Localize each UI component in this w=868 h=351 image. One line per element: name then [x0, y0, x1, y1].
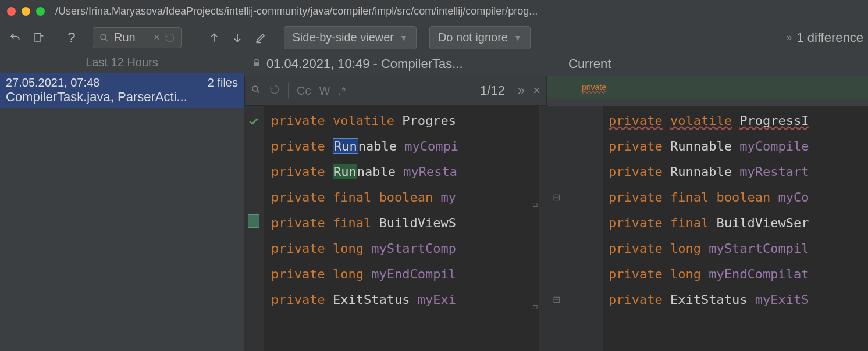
code-line: private Runnable myCompi	[271, 134, 539, 159]
search-input[interactable]	[114, 31, 149, 44]
svg-line-10	[257, 91, 259, 93]
code-line: private final BuildViewSer	[609, 210, 868, 236]
create-patch-button[interactable]	[28, 27, 49, 48]
more-actions-icon[interactable]: »	[786, 31, 792, 44]
undo-button[interactable]	[5, 27, 26, 48]
right-top-diff: private	[547, 76, 868, 106]
history-item[interactable]: 27.05.2021, 07:48 2 files CompilerTask.j…	[0, 73, 244, 108]
help-button[interactable]: ?	[61, 27, 82, 48]
history-files: CompilerTask.java, ParserActi...	[6, 89, 238, 105]
chevron-down-icon: ▼	[514, 33, 522, 42]
regex-toggle[interactable]: .*	[338, 84, 346, 98]
left-code-pane[interactable]: private volatile Progresprivate Runnable…	[244, 106, 539, 351]
search-history-icon[interactable]	[165, 33, 175, 43]
code-line: private long myStartComp	[271, 236, 539, 262]
ignore-mode-dropdown[interactable]: Do not ignore ▼	[429, 26, 531, 49]
code-line: private ExitStatus myExitS	[609, 287, 868, 313]
diff-marker	[248, 214, 259, 228]
clear-search-icon[interactable]: ×	[154, 31, 160, 44]
find-history-icon[interactable]	[269, 84, 280, 98]
fold-icon[interactable]: ⊟	[533, 294, 538, 320]
history-file-count: 2 files	[208, 76, 238, 89]
match-case-toggle[interactable]: Cc	[297, 84, 311, 98]
prev-diff-button[interactable]	[204, 27, 225, 48]
find-bar: Cc W .* 1/12 » ×	[244, 76, 547, 106]
svg-line-4	[105, 39, 108, 41]
inspection-ok-icon	[248, 110, 259, 136]
svg-rect-8	[254, 62, 259, 66]
diff-count: » 1 difference	[786, 30, 863, 45]
history-timestamp: 27.05.2021, 07:48	[6, 76, 99, 89]
sidebar-section-header: Last 12 Hours	[0, 52, 244, 73]
chevron-down-icon: ▼	[400, 33, 408, 42]
fold-icon[interactable]: ⊟	[553, 192, 560, 203]
code-line: private long myEndCompilat	[609, 262, 868, 287]
fold-icon[interactable]: ⊟	[553, 294, 560, 305]
right-gutter	[574, 106, 603, 351]
search-icon	[99, 33, 109, 43]
added-text: private	[582, 83, 606, 92]
svg-point-9	[252, 86, 258, 91]
right-code-pane[interactable]: private volatile ProgressIprivate Runnab…	[574, 106, 868, 351]
window-controls	[7, 7, 45, 16]
words-toggle[interactable]: W	[319, 84, 330, 98]
divider	[55, 29, 55, 46]
edit-button[interactable]	[250, 27, 271, 48]
code-line: private ExitStatus myExi	[271, 287, 539, 313]
search-field[interactable]: ×	[93, 27, 182, 48]
viewer-mode-label: Side-by-side viewer	[293, 31, 394, 44]
find-count: 1/12	[480, 83, 505, 98]
history-sidebar: Last 12 Hours 27.05.2021, 07:48 2 files …	[0, 52, 244, 351]
minimize-window-button[interactable]	[22, 7, 30, 16]
find-icon[interactable]	[251, 84, 261, 98]
close-window-button[interactable]	[7, 7, 16, 16]
toolbar: ? × Side-by-side viewer ▼ Do not ignore …	[0, 23, 868, 52]
maximize-window-button[interactable]	[36, 7, 45, 16]
svg-point-3	[101, 34, 106, 40]
code-line: private volatile ProgressI	[609, 108, 868, 134]
close-find-icon[interactable]: ×	[533, 83, 540, 98]
code-line: private final boolean my	[271, 185, 539, 210]
find-more-icon[interactable]: »	[518, 83, 525, 98]
code-line: private long myEndCompil	[271, 262, 539, 287]
next-diff-button[interactable]	[227, 27, 248, 48]
ignore-mode-label: Do not ignore	[438, 31, 508, 44]
window-title: /Users/Irina.Maryasova/IdeaProjects/inte…	[55, 5, 861, 17]
code-line: private final BuildViewS	[271, 210, 539, 236]
code-line: private Runnable myCompile	[609, 134, 868, 159]
left-gutter	[244, 106, 264, 351]
right-pane-title: Current	[551, 54, 868, 74]
middle-gutter: ⊟ ⊟	[539, 106, 574, 351]
diff-area: 01.04.2021, 10:49 - CompilerTas... Curre…	[244, 52, 868, 351]
fold-icon[interactable]: ⊟	[533, 192, 538, 217]
code-line: private final boolean myCo	[609, 185, 868, 210]
code-line: private Runnable myResta	[271, 159, 539, 185]
code-line: private volatile Progres	[271, 108, 539, 134]
code-line: private Runnable myRestart	[609, 159, 868, 185]
lock-icon	[251, 56, 262, 71]
titlebar: /Users/Irina.Maryasova/IdeaProjects/inte…	[0, 0, 868, 23]
svg-rect-0	[35, 33, 41, 41]
viewer-mode-dropdown[interactable]: Side-by-side viewer ▼	[284, 26, 417, 49]
code-line: private long myStartCompil	[609, 236, 868, 262]
left-pane-title: 01.04.2021, 10:49 - CompilerTas...	[244, 54, 551, 74]
